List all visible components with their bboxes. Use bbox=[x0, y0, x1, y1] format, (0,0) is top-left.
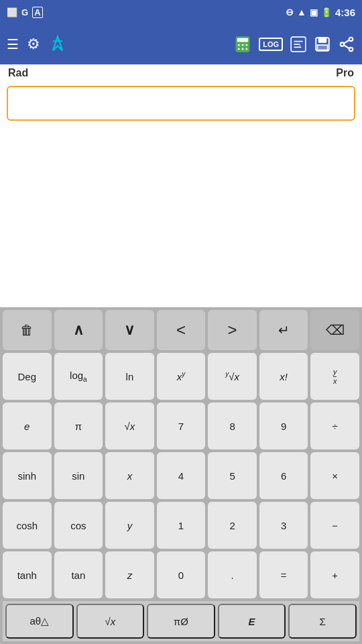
svg-line-20 bbox=[344, 45, 349, 48]
angle-mode-label[interactable]: Rad bbox=[8, 67, 28, 79]
svg-rect-1 bbox=[237, 38, 248, 42]
math-input[interactable] bbox=[8, 87, 354, 119]
mode-bar: Rad Pro bbox=[0, 64, 362, 82]
ln-key[interactable]: ln bbox=[105, 353, 154, 400]
battery-icon: 🔋 bbox=[321, 7, 332, 17]
pro-mode-label[interactable]: Pro bbox=[336, 67, 354, 79]
square-icon: ⬜ bbox=[7, 7, 17, 17]
g-icon: G bbox=[21, 7, 28, 17]
right-arrow-key[interactable]: > bbox=[208, 310, 257, 350]
toolbar-right: LOG + bbox=[233, 35, 355, 54]
svg-point-4 bbox=[246, 44, 248, 46]
plus-key[interactable]: + bbox=[310, 551, 359, 598]
formula-icon[interactable]: + bbox=[290, 36, 307, 53]
one-key[interactable]: 1 bbox=[157, 502, 206, 549]
seven-key[interactable]: 7 bbox=[157, 402, 206, 449]
key-row-3: sinh sin x 4 5 6 × bbox=[3, 452, 359, 499]
menu-icon[interactable]: ☰ bbox=[7, 36, 19, 52]
svg-point-3 bbox=[242, 44, 244, 46]
time-display: 4:36 bbox=[335, 7, 355, 18]
input-field-container[interactable] bbox=[7, 86, 355, 121]
minus-key[interactable]: − bbox=[310, 502, 359, 549]
toolbar: ☰ ⚙ LOG bbox=[0, 24, 362, 64]
cos-key[interactable]: cos bbox=[54, 502, 103, 549]
loga-key[interactable]: loga bbox=[54, 353, 103, 400]
enter-key[interactable]: ↵ bbox=[259, 310, 308, 350]
multiply-key[interactable]: × bbox=[310, 452, 359, 499]
sqrt-key[interactable]: √x bbox=[105, 402, 154, 449]
calculator-icon[interactable] bbox=[233, 35, 252, 54]
svg-point-5 bbox=[238, 48, 240, 50]
ydivx-key[interactable]: y x bbox=[310, 353, 359, 400]
status-right-icons: ⊖ ▲ ▣ 🔋 4:36 bbox=[286, 7, 355, 18]
up-arrow-key[interactable]: ∧ bbox=[54, 310, 103, 350]
svg-point-16 bbox=[349, 38, 353, 41]
constants-func-key[interactable]: πØ bbox=[147, 604, 215, 639]
sinh-key[interactable]: sinh bbox=[3, 452, 52, 499]
svg-point-17 bbox=[341, 42, 344, 46]
svg-point-2 bbox=[238, 44, 240, 46]
a-icon: A bbox=[32, 7, 42, 18]
sigma-func-key[interactable]: Σ bbox=[288, 604, 357, 639]
log-icon[interactable]: LOG bbox=[259, 38, 283, 51]
tanh-key[interactable]: tanh bbox=[3, 551, 52, 598]
sqrt-func-key[interactable]: √x bbox=[76, 604, 145, 639]
nine-key[interactable]: 9 bbox=[259, 402, 308, 449]
divide-key[interactable]: ÷ bbox=[310, 402, 359, 449]
trash-key[interactable]: 🗑 bbox=[3, 310, 52, 350]
e-func-key[interactable]: E bbox=[218, 604, 286, 639]
left-arrow-key[interactable]: < bbox=[157, 310, 206, 350]
zero-key[interactable]: 0 bbox=[157, 551, 206, 598]
svg-point-18 bbox=[349, 48, 353, 51]
x-key[interactable]: x bbox=[105, 452, 154, 499]
svg-point-6 bbox=[242, 48, 244, 50]
yroot-key[interactable]: y√x bbox=[208, 353, 257, 400]
trig-func-key[interactable]: aθ△ bbox=[5, 604, 74, 639]
sin-key[interactable]: sin bbox=[54, 452, 103, 499]
wifi-icon: ▲ bbox=[297, 7, 306, 17]
four-key[interactable]: 4 bbox=[157, 452, 206, 499]
backspace-key[interactable]: ⌫ bbox=[310, 310, 359, 350]
down-arrow-key[interactable]: ∨ bbox=[105, 310, 154, 350]
svg-line-19 bbox=[344, 40, 349, 44]
svg-point-7 bbox=[246, 48, 248, 50]
display-area bbox=[0, 125, 362, 307]
xy-key[interactable]: xy bbox=[157, 353, 206, 400]
func-bar: aθ△ √x πØ E Σ bbox=[3, 601, 359, 641]
sim-icon: ▣ bbox=[310, 7, 318, 17]
key-row-2: e π √x 7 8 9 ÷ bbox=[3, 402, 359, 449]
equals-key[interactable]: = bbox=[259, 551, 308, 598]
z-key[interactable]: z bbox=[105, 551, 154, 598]
eight-key[interactable]: 8 bbox=[208, 402, 257, 449]
save-icon[interactable] bbox=[314, 36, 331, 53]
deg-key[interactable]: Deg bbox=[3, 353, 52, 400]
tan-key[interactable]: tan bbox=[54, 551, 103, 598]
svg-rect-15 bbox=[317, 45, 327, 50]
toolbar-left: ☰ ⚙ bbox=[7, 35, 67, 54]
settings-icon[interactable]: ⚙ bbox=[27, 36, 40, 53]
e-key[interactable]: e bbox=[3, 402, 52, 449]
status-left-icons: ⬜ G A bbox=[7, 7, 43, 18]
svg-text:+: + bbox=[299, 43, 301, 47]
pi-key[interactable]: π bbox=[54, 402, 103, 449]
five-key[interactable]: 5 bbox=[208, 452, 257, 499]
status-bar: ⬜ G A ⊖ ▲ ▣ 🔋 4:36 bbox=[0, 0, 362, 24]
nav-row: 🗑 ∧ ∨ < > ↵ ⌫ bbox=[3, 310, 359, 350]
share-icon[interactable] bbox=[338, 36, 355, 53]
factorial-key[interactable]: x! bbox=[259, 353, 308, 400]
key-row-5: tanh tan z 0 . = + bbox=[3, 551, 359, 598]
y-key[interactable]: y bbox=[105, 502, 154, 549]
three-key[interactable]: 3 bbox=[259, 502, 308, 549]
keyboard: 🗑 ∧ ∨ < > ↵ ⌫ Deg loga ln xy y√x x! y x … bbox=[0, 307, 362, 644]
minus-circle-icon: ⊖ bbox=[286, 7, 294, 17]
key-row-1: Deg loga ln xy y√x x! y x bbox=[3, 353, 359, 400]
compass-icon[interactable] bbox=[48, 35, 67, 54]
cosh-key[interactable]: cosh bbox=[3, 502, 52, 549]
key-row-4: cosh cos y 1 2 3 − bbox=[3, 502, 359, 549]
six-key[interactable]: 6 bbox=[259, 452, 308, 499]
dot-key[interactable]: . bbox=[208, 551, 257, 598]
two-key[interactable]: 2 bbox=[208, 502, 257, 549]
